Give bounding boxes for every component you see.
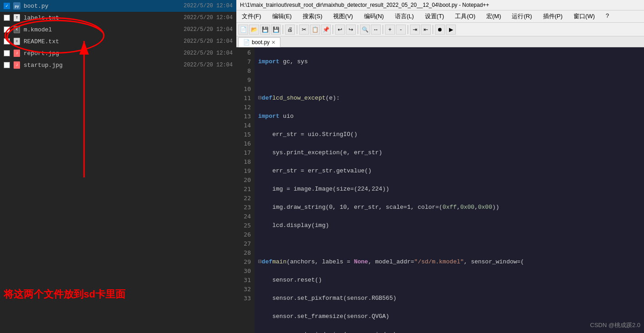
toolbar-outdent[interactable]: ⇤ bbox=[421, 25, 431, 35]
file-item-labels-txt[interactable]: T labels.txt 2022/5/20 12:04 bbox=[0, 12, 236, 24]
ln-33: 33 bbox=[240, 294, 251, 303]
code-line-10: err_str = uio.StringIO() bbox=[258, 130, 640, 139]
checkbox-startup-jpg[interactable] bbox=[4, 62, 10, 68]
jpg-icon-startup: J bbox=[13, 61, 21, 69]
menu-run[interactable]: 运行(R) bbox=[510, 11, 534, 21]
line-numbers: 6 7 8 9 10 11 12 13 14 15 16 17 18 19 20… bbox=[236, 47, 255, 333]
checkbox-labels-txt[interactable] bbox=[4, 15, 10, 21]
toolbar-sep6 bbox=[408, 25, 408, 34]
file-name-boot-py: boot.py bbox=[24, 3, 181, 10]
file-date-boot-py: 2022/5/20 12:04 bbox=[184, 3, 233, 9]
notepad-title-text: H:\1\maix_train\out\result_root_dir\maix… bbox=[240, 2, 489, 8]
toolbar-open[interactable]: 📂 bbox=[249, 25, 259, 35]
code-line-7 bbox=[258, 76, 640, 85]
toolbar-new[interactable]: 📄 bbox=[238, 25, 248, 35]
menu-search[interactable]: 搜索(S) bbox=[301, 11, 324, 21]
toolbar-macro-play[interactable]: ▶ bbox=[446, 25, 456, 35]
py-icon: py bbox=[13, 2, 21, 10]
file-date-readme-txt: 2022/5/20 12:04 bbox=[184, 38, 233, 45]
notepad-toolbar: 📄 📂 💾 💾 🖨 ✂ 📋 📌 ↩ ↪ 🔍 ↔ + - ⇥ ⇤ ⏺ ▶ bbox=[236, 23, 644, 36]
ln-24: 24 bbox=[240, 212, 251, 221]
file-name-labels-txt: labels.txt bbox=[24, 15, 181, 21]
ln-22: 22 bbox=[240, 194, 251, 203]
menu-macro[interactable]: 宏(M) bbox=[484, 11, 503, 21]
file-name-startup-jpg: startup.jpg bbox=[24, 62, 181, 69]
checkbox-m-kmodel[interactable] bbox=[4, 26, 10, 33]
file-item-report-jpg[interactable]: J report.jpg 2022/5/20 12:04 bbox=[0, 47, 236, 59]
file-name-readme-txt: README.txt bbox=[24, 38, 181, 45]
toolbar-sep1 bbox=[283, 25, 283, 34]
menu-help[interactable]: ? bbox=[604, 11, 611, 21]
ln-11: 11 bbox=[240, 94, 251, 103]
toolbar-copy[interactable]: 📋 bbox=[310, 25, 320, 35]
txt-icon: T bbox=[13, 14, 21, 22]
ln-13: 13 bbox=[240, 112, 251, 121]
code-line-14: img.draw_string(0, 10, err_str, scale=1,… bbox=[258, 203, 640, 212]
ln-16: 16 bbox=[240, 139, 251, 148]
code-line-12: err_str = err_str.getvalue() bbox=[258, 166, 640, 176]
toolbar-print[interactable]: 🖨 bbox=[285, 25, 295, 35]
jpg-icon-report: J bbox=[13, 49, 21, 57]
toolbar-undo[interactable]: ↩ bbox=[335, 25, 345, 35]
menu-settings[interactable]: 设置(T) bbox=[423, 11, 446, 21]
toolbar-zoom-in[interactable]: + bbox=[385, 25, 395, 35]
code-line-20: sensor.set_framesize(sensor.QVGA) bbox=[258, 312, 640, 321]
tab-close-btn[interactable]: ✕ bbox=[271, 40, 275, 45]
code-line-13: img = image.Image(size=(224,224)) bbox=[258, 185, 640, 194]
toolbar-indent[interactable]: ⇥ bbox=[410, 25, 420, 35]
menu-view[interactable]: 视图(V) bbox=[331, 11, 354, 21]
menu-tools[interactable]: 工具(O) bbox=[453, 11, 477, 21]
notepad-titlebar: H:\1\maix_train\out\result_root_dir\maix… bbox=[236, 0, 644, 10]
menu-language[interactable]: 语言(L) bbox=[393, 11, 416, 21]
file-list: py boot.py 2022/5/20 12:04 T labels.txt … bbox=[0, 0, 236, 71]
ln-12: 12 bbox=[240, 103, 251, 112]
toolbar-saveall[interactable]: 💾 bbox=[271, 25, 281, 35]
kmodel-icon: K bbox=[13, 25, 21, 34]
ln-6: 6 bbox=[240, 48, 251, 57]
notepad-panel: H:\1\maix_train\out\result_root_dir\maix… bbox=[236, 0, 644, 333]
ln-18: 18 bbox=[240, 157, 251, 166]
ln-28: 28 bbox=[240, 248, 251, 257]
toolbar-sep3 bbox=[333, 25, 333, 34]
code-content[interactable]: import gc, sys ⊟def lcd_show_except(e): … bbox=[255, 47, 644, 333]
menu-window[interactable]: 窗口(W) bbox=[572, 11, 597, 21]
checkbox-boot-py[interactable] bbox=[4, 3, 10, 9]
code-line-17: ⊟def main(anchors, labels = None, model_… bbox=[258, 257, 640, 267]
toolbar-find[interactable]: 🔍 bbox=[360, 25, 370, 35]
toolbar-macro-record[interactable]: ⏺ bbox=[435, 25, 445, 35]
code-line-11: sys.print_exception(e, err_str) bbox=[258, 148, 640, 157]
checkbox-readme-txt[interactable] bbox=[4, 38, 10, 45]
menu-encoding[interactable]: 编码(N) bbox=[362, 11, 386, 21]
ln-8: 8 bbox=[240, 66, 251, 76]
notepad-tabs: 📄 boot.py ✕ bbox=[236, 36, 644, 47]
code-line-15: lcd.display(img) bbox=[258, 221, 640, 230]
file-item-boot-py[interactable]: py boot.py 2022/5/20 12:04 bbox=[0, 0, 236, 12]
toolbar-sep4 bbox=[358, 25, 358, 34]
toolbar-redo[interactable]: ↪ bbox=[346, 25, 356, 35]
toolbar-save[interactable]: 💾 bbox=[260, 25, 270, 35]
toolbar-replace[interactable]: ↔ bbox=[371, 25, 381, 35]
toolbar-cut[interactable]: ✂ bbox=[299, 25, 309, 35]
tab-icon: 📄 bbox=[243, 39, 250, 45]
file-item-readme-txt[interactable]: R README.txt 2022/5/20 12:04 bbox=[0, 35, 236, 47]
ln-10: 10 bbox=[240, 85, 251, 94]
file-item-m-kmodel[interactable]: K m.kmodel 2022/5/20 12:04 bbox=[0, 24, 236, 35]
code-line-9: import uio bbox=[258, 112, 640, 121]
ln-15: 15 bbox=[240, 130, 251, 139]
file-name-report-jpg: report.jpg bbox=[24, 50, 181, 57]
ln-29: 29 bbox=[240, 257, 251, 267]
tab-boot-py[interactable]: 📄 boot.py ✕ bbox=[238, 37, 280, 47]
file-item-startup-jpg[interactable]: J startup.jpg 2022/5/20 12:04 bbox=[0, 59, 236, 71]
checkbox-report-jpg[interactable] bbox=[4, 50, 10, 56]
menu-edit[interactable]: 编辑(E) bbox=[270, 11, 294, 21]
code-editor: 6 7 8 9 10 11 12 13 14 15 16 17 18 19 20… bbox=[236, 47, 644, 333]
menu-file[interactable]: 文件(F) bbox=[240, 11, 263, 21]
ln-27: 27 bbox=[240, 239, 251, 248]
toolbar-zoom-out[interactable]: - bbox=[396, 25, 406, 35]
annotation-text: 将这两个文件放到sd卡里面 bbox=[4, 288, 125, 301]
menu-plugins[interactable]: 插件(P) bbox=[541, 11, 564, 21]
toolbar-sep2 bbox=[297, 25, 297, 34]
toolbar-paste[interactable]: 📌 bbox=[321, 25, 331, 35]
notepad-menubar: 文件(F) 编辑(E) 搜索(S) 视图(V) 编码(N) 语言(L) 设置(T… bbox=[236, 10, 644, 23]
code-line-21: sensor.set_windowing(sensor_window) bbox=[258, 330, 640, 333]
